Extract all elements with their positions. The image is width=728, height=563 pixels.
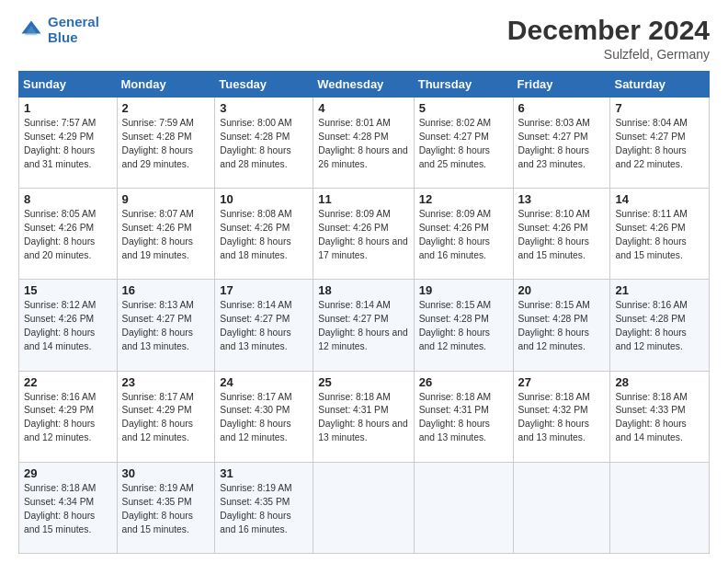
title-block: December 2024 Sulzfeld, Germany (507, 15, 710, 62)
calendar-header-monday: Monday (117, 72, 215, 98)
calendar-header-thursday: Thursday (414, 72, 513, 98)
cell-details: Sunrise: 8:17 AMSunset: 4:29 PMDaylight:… (122, 391, 210, 446)
cell-details: Sunrise: 8:18 AMSunset: 4:34 PMDaylight:… (24, 482, 112, 537)
cell-details: Sunrise: 8:05 AMSunset: 4:26 PMDaylight:… (24, 208, 112, 263)
day-number: 29 (24, 466, 112, 480)
calendar-cell: 29Sunrise: 8:18 AMSunset: 4:34 PMDayligh… (19, 462, 118, 553)
calendar-cell (313, 462, 414, 553)
location: Sulzfeld, Germany (507, 47, 710, 62)
cell-details: Sunrise: 7:59 AMSunset: 4:28 PMDaylight:… (122, 117, 210, 172)
day-number: 8 (24, 192, 112, 206)
calendar-header-tuesday: Tuesday (215, 72, 313, 98)
day-number: 17 (220, 283, 308, 297)
day-number: 18 (318, 283, 408, 297)
day-number: 31 (220, 466, 308, 480)
day-number: 10 (220, 192, 308, 206)
calendar-cell: 14Sunrise: 8:11 AMSunset: 4:26 PMDayligh… (610, 189, 710, 280)
cell-details: Sunrise: 8:09 AMSunset: 4:26 PMDaylight:… (318, 208, 408, 263)
cell-details: Sunrise: 8:18 AMSunset: 4:32 PMDaylight:… (518, 391, 606, 446)
cell-details: Sunrise: 8:18 AMSunset: 4:33 PMDaylight:… (615, 391, 704, 446)
day-number: 11 (318, 192, 408, 206)
calendar-cell: 13Sunrise: 8:10 AMSunset: 4:26 PMDayligh… (513, 189, 610, 280)
logo: General Blue (18, 15, 99, 45)
cell-details: Sunrise: 8:12 AMSunset: 4:26 PMDaylight:… (24, 299, 112, 354)
calendar-week-1: 1Sunrise: 7:57 AMSunset: 4:29 PMDaylight… (19, 98, 710, 189)
calendar-cell: 27Sunrise: 8:18 AMSunset: 4:32 PMDayligh… (513, 371, 610, 462)
calendar-cell: 9Sunrise: 8:07 AMSunset: 4:26 PMDaylight… (117, 189, 215, 280)
cell-details: Sunrise: 8:18 AMSunset: 4:31 PMDaylight:… (318, 391, 408, 446)
calendar-cell: 8Sunrise: 8:05 AMSunset: 4:26 PMDaylight… (19, 189, 118, 280)
day-number: 13 (518, 192, 606, 206)
day-number: 21 (615, 283, 704, 297)
day-number: 24 (220, 375, 308, 389)
calendar-cell: 12Sunrise: 8:09 AMSunset: 4:26 PMDayligh… (414, 189, 513, 280)
calendar-header-row: SundayMondayTuesdayWednesdayThursdayFrid… (19, 72, 710, 98)
calendar-week-3: 15Sunrise: 8:12 AMSunset: 4:26 PMDayligh… (19, 280, 710, 371)
calendar-cell: 31Sunrise: 8:19 AMSunset: 4:35 PMDayligh… (215, 462, 313, 553)
page: General Blue December 2024 Sulzfeld, Ger… (0, 0, 728, 563)
cell-details: Sunrise: 8:18 AMSunset: 4:31 PMDaylight:… (419, 391, 508, 446)
cell-details: Sunrise: 8:08 AMSunset: 4:26 PMDaylight:… (220, 208, 308, 263)
day-number: 4 (318, 101, 408, 115)
calendar-cell: 4Sunrise: 8:01 AMSunset: 4:28 PMDaylight… (313, 98, 414, 189)
day-number: 27 (518, 375, 606, 389)
calendar-cell: 26Sunrise: 8:18 AMSunset: 4:31 PMDayligh… (414, 371, 513, 462)
calendar-header-sunday: Sunday (19, 72, 118, 98)
day-number: 7 (615, 101, 704, 115)
calendar-cell: 7Sunrise: 8:04 AMSunset: 4:27 PMDaylight… (610, 98, 710, 189)
day-number: 15 (24, 283, 112, 297)
cell-details: Sunrise: 8:14 AMSunset: 4:27 PMDaylight:… (318, 299, 408, 354)
calendar-cell: 2Sunrise: 7:59 AMSunset: 4:28 PMDaylight… (117, 98, 215, 189)
calendar-cell: 15Sunrise: 8:12 AMSunset: 4:26 PMDayligh… (19, 280, 118, 371)
calendar-week-5: 29Sunrise: 8:18 AMSunset: 4:34 PMDayligh… (19, 462, 710, 553)
cell-details: Sunrise: 8:10 AMSunset: 4:26 PMDaylight:… (518, 208, 606, 263)
calendar-cell: 18Sunrise: 8:14 AMSunset: 4:27 PMDayligh… (313, 280, 414, 371)
calendar-cell: 21Sunrise: 8:16 AMSunset: 4:28 PMDayligh… (610, 280, 710, 371)
calendar-cell: 30Sunrise: 8:19 AMSunset: 4:35 PMDayligh… (117, 462, 215, 553)
month-title: December 2024 (507, 15, 710, 45)
cell-details: Sunrise: 8:17 AMSunset: 4:30 PMDaylight:… (220, 391, 308, 446)
day-number: 20 (518, 283, 606, 297)
cell-details: Sunrise: 8:00 AMSunset: 4:28 PMDaylight:… (220, 117, 308, 172)
calendar-cell: 5Sunrise: 8:02 AMSunset: 4:27 PMDaylight… (414, 98, 513, 189)
calendar-cell (414, 462, 513, 553)
calendar-cell: 6Sunrise: 8:03 AMSunset: 4:27 PMDaylight… (513, 98, 610, 189)
calendar-table: SundayMondayTuesdayWednesdayThursdayFrid… (18, 71, 710, 554)
calendar-cell: 20Sunrise: 8:15 AMSunset: 4:28 PMDayligh… (513, 280, 610, 371)
cell-details: Sunrise: 8:11 AMSunset: 4:26 PMDaylight:… (615, 208, 704, 263)
calendar-cell: 11Sunrise: 8:09 AMSunset: 4:26 PMDayligh… (313, 189, 414, 280)
day-number: 26 (419, 375, 508, 389)
cell-details: Sunrise: 8:14 AMSunset: 4:27 PMDaylight:… (220, 299, 308, 354)
cell-details: Sunrise: 8:07 AMSunset: 4:26 PMDaylight:… (122, 208, 210, 263)
calendar-header-friday: Friday (513, 72, 610, 98)
calendar-cell: 3Sunrise: 8:00 AMSunset: 4:28 PMDaylight… (215, 98, 313, 189)
calendar-cell: 19Sunrise: 8:15 AMSunset: 4:28 PMDayligh… (414, 280, 513, 371)
calendar-cell: 16Sunrise: 8:13 AMSunset: 4:27 PMDayligh… (117, 280, 215, 371)
cell-details: Sunrise: 8:13 AMSunset: 4:27 PMDaylight:… (122, 299, 210, 354)
day-number: 22 (24, 375, 112, 389)
day-number: 3 (220, 101, 308, 115)
cell-details: Sunrise: 8:01 AMSunset: 4:28 PMDaylight:… (318, 117, 408, 172)
cell-details: Sunrise: 8:04 AMSunset: 4:27 PMDaylight:… (615, 117, 704, 172)
calendar-cell: 22Sunrise: 8:16 AMSunset: 4:29 PMDayligh… (19, 371, 118, 462)
day-number: 6 (518, 101, 606, 115)
day-number: 5 (419, 101, 508, 115)
logo-icon (18, 17, 44, 43)
day-number: 19 (419, 283, 508, 297)
calendar-cell (513, 462, 610, 553)
cell-details: Sunrise: 7:57 AMSunset: 4:29 PMDaylight:… (24, 117, 112, 172)
cell-details: Sunrise: 8:19 AMSunset: 4:35 PMDaylight:… (220, 482, 308, 537)
cell-details: Sunrise: 8:16 AMSunset: 4:28 PMDaylight:… (615, 299, 704, 354)
calendar-header-saturday: Saturday (610, 72, 710, 98)
day-number: 16 (122, 283, 210, 297)
calendar-cell: 1Sunrise: 7:57 AMSunset: 4:29 PMDaylight… (19, 98, 118, 189)
calendar-cell: 17Sunrise: 8:14 AMSunset: 4:27 PMDayligh… (215, 280, 313, 371)
cell-details: Sunrise: 8:02 AMSunset: 4:27 PMDaylight:… (419, 117, 508, 172)
day-number: 2 (122, 101, 210, 115)
calendar-cell: 24Sunrise: 8:17 AMSunset: 4:30 PMDayligh… (215, 371, 313, 462)
day-number: 30 (122, 466, 210, 480)
day-number: 28 (615, 375, 704, 389)
calendar-cell (610, 462, 710, 553)
cell-details: Sunrise: 8:03 AMSunset: 4:27 PMDaylight:… (518, 117, 606, 172)
calendar-cell: 10Sunrise: 8:08 AMSunset: 4:26 PMDayligh… (215, 189, 313, 280)
